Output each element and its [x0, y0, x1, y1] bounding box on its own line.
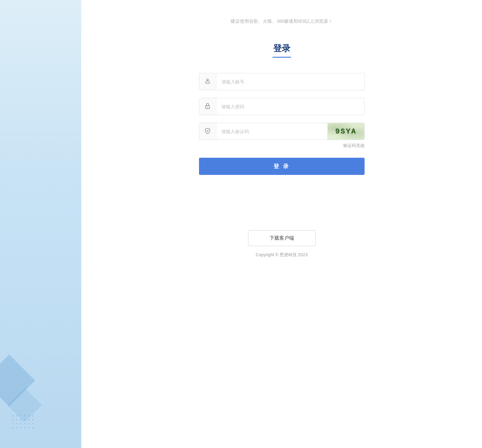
login-title: 登录: [273, 43, 290, 54]
dots-decoration: [12, 415, 35, 430]
password-group: [199, 98, 365, 115]
captcha-group: 9SYA: [199, 123, 365, 140]
login-button[interactable]: 登 录: [199, 158, 365, 175]
password-input[interactable]: [216, 98, 364, 115]
captcha-text: 9SYA: [335, 127, 357, 136]
browser-hint: 建议使用谷歌、火狐、360极速和IE9以上浏览器！: [231, 18, 333, 24]
lock-icon: [204, 102, 211, 110]
download-client-button[interactable]: 下载客户端: [248, 230, 316, 246]
svg-point-2: [207, 106, 208, 107]
shield-icon-box: [199, 123, 216, 140]
title-underline: [273, 57, 291, 58]
lock-icon-box: [199, 98, 216, 115]
captcha-refresh-hint[interactable]: 验证码充值: [199, 143, 365, 149]
copyright-text: Copyright © 壁虎科技 2023: [256, 252, 308, 258]
download-section: 下载客户端 Copyright © 壁虎科技 2023: [248, 230, 316, 258]
user-icon-box: [199, 73, 216, 90]
login-form: 9SYA 验证码充值 登 录: [199, 73, 365, 175]
main-content: 建议使用谷歌、火狐、360极速和IE9以上浏览器！ 登录: [81, 0, 482, 448]
user-icon: [204, 78, 211, 86]
captcha-image[interactable]: 9SYA: [327, 123, 364, 140]
left-decorative-panel: [0, 0, 81, 448]
username-group: [199, 73, 365, 90]
svg-point-0: [207, 79, 208, 81]
username-input[interactable]: [216, 73, 364, 90]
captcha-input[interactable]: [216, 123, 327, 140]
shield-icon: [204, 127, 211, 135]
